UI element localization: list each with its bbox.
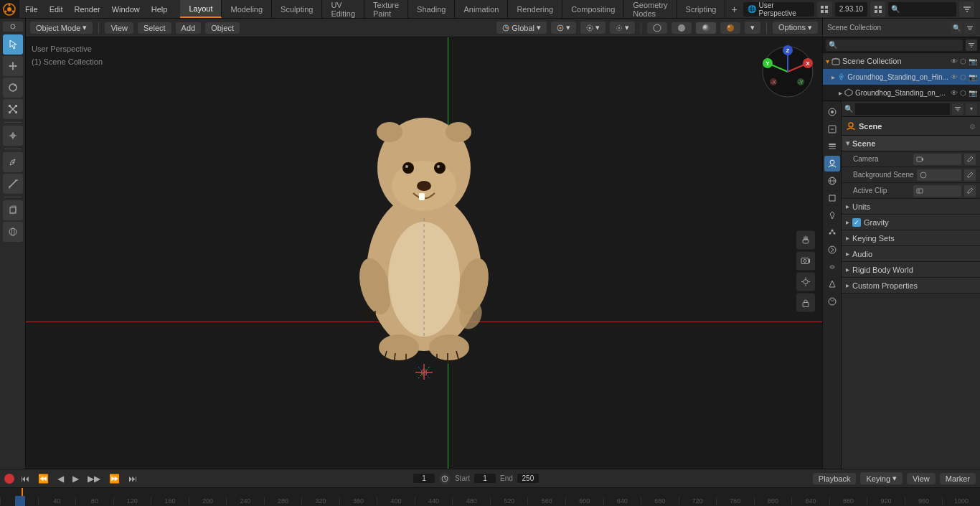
tab-compositing[interactable]: Compositing [562, 0, 624, 18]
timeline-record-btn[interactable] [4, 474, 14, 484]
viewport-gizmo[interactable]: X Y Z -X -Y [759, 43, 816, 100]
props-tab-physics[interactable] [824, 242, 840, 258]
material-shading[interactable] [696, 22, 716, 34]
jump-next-keyframe-btn[interactable]: ⏩ [107, 474, 122, 484]
gravity-section[interactable]: ▸ ✓ Gravity [842, 215, 980, 230]
render-hide-icon[interactable]: 📷 [969, 57, 977, 65]
transform-tool[interactable] [3, 126, 23, 146]
props-tab-material[interactable] [824, 294, 840, 309]
shading-options[interactable]: ▾ [745, 22, 760, 34]
viewport-add-menu[interactable]: Add [176, 22, 202, 34]
visibility-icon[interactable]: 👁 [951, 57, 958, 65]
scale-tool[interactable] [3, 99, 23, 119]
menu-edit[interactable]: Edit [44, 0, 69, 18]
transform-orientation[interactable]: Global ▾ [496, 22, 547, 34]
outliner-filter-btn[interactable] [964, 22, 976, 34]
tab-layout[interactable]: Layout [180, 0, 222, 18]
tab-scripting[interactable]: Scripting [677, 0, 726, 18]
viewport-view-menu[interactable]: View [105, 22, 133, 34]
props-tab-constraints[interactable] [824, 259, 840, 275]
tab-texture-paint[interactable]: Texture Paint [364, 0, 408, 18]
wireframe-shading[interactable] [647, 22, 667, 34]
viewport-lock-btn[interactable] [796, 293, 815, 311]
outliner-item-groundhog-mesh[interactable]: ▸ Groundhog_Standing_on_... 👁 ⬡ 📷 [823, 85, 980, 100]
render-engine-btn[interactable] [870, 1, 885, 17]
measure-tool[interactable] [3, 174, 23, 194]
add-sphere-tool[interactable] [3, 222, 23, 242]
props-tab-modifier[interactable] [824, 207, 840, 223]
end-frame-field[interactable]: 250 [517, 474, 539, 483]
viewport-object-menu[interactable]: Object [205, 22, 240, 34]
units-section[interactable]: ▸ Units [842, 199, 980, 215]
props-tab-object-data[interactable] [824, 276, 840, 292]
viewport-pan-btn[interactable] [796, 230, 815, 249]
annotate-tool[interactable] [3, 152, 23, 172]
timeline-marker-menu[interactable]: Marker [940, 473, 976, 484]
filter-btn[interactable] [959, 1, 974, 17]
active-clip-eyedropper[interactable] [964, 185, 976, 197]
move-tool[interactable] [3, 56, 23, 76]
viewport-hide-icon[interactable]: ⬡ [960, 57, 966, 65]
scene-mode-btn[interactable] [817, 1, 832, 17]
props-tab-scene[interactable] [824, 156, 840, 172]
audio-section[interactable]: ▸ Audio [842, 246, 980, 262]
add-cube-tool[interactable] [3, 200, 23, 220]
timeline-playback-menu[interactable]: Playback [813, 473, 857, 484]
camera-eyedropper[interactable] [964, 154, 976, 165]
jump-end-btn[interactable]: ⏭ [126, 474, 139, 484]
cursor-tool[interactable] [3, 34, 23, 55]
menu-help[interactable]: Help [146, 0, 174, 18]
background-scene-value[interactable] [917, 169, 961, 181]
tab-uv-editing[interactable]: UV Editing [322, 0, 364, 18]
timeline-keying-menu[interactable]: Keying ▾ [860, 472, 903, 484]
outliner-search-input[interactable]: 🔍 [826, 39, 963, 51]
play-back-btn[interactable]: ◀ [55, 474, 66, 484]
props-search-filter[interactable] [952, 103, 963, 115]
scene-section-header[interactable]: ▾ Scene [842, 136, 980, 151]
rigid-body-section[interactable]: ▸ Rigid Body World [842, 262, 980, 278]
props-tab-render[interactable] [824, 104, 840, 120]
menu-render[interactable]: Render [69, 0, 106, 18]
tab-geometry-nodes[interactable]: Geometry Nodes [624, 0, 677, 18]
mode-selector[interactable] [3, 22, 23, 32]
menu-file[interactable]: File [19, 0, 44, 18]
props-tab-world[interactable] [824, 173, 840, 189]
solid-shading[interactable] [672, 22, 692, 34]
time-mode-btn[interactable] [439, 473, 451, 484]
tab-shading[interactable]: Shading [408, 0, 455, 18]
props-tab-particles[interactable] [824, 225, 840, 240]
snap-toggle[interactable]: ▾ [580, 22, 606, 34]
active-clip-value[interactable] [913, 185, 961, 197]
menu-window[interactable]: Window [106, 0, 146, 18]
tab-animation[interactable]: Animation [455, 0, 508, 18]
keying-sets-section[interactable]: ▸ Keying Sets [842, 230, 980, 246]
tab-modeling[interactable]: Modeling [222, 0, 272, 18]
play-forward-btn[interactable]: ▶▶ [85, 474, 103, 484]
viewport-camera-btn[interactable] [796, 251, 815, 270]
jump-start-btn[interactable]: ⏮ [19, 474, 32, 484]
tab-rendering[interactable]: Rendering [508, 0, 562, 18]
scene-collection-root[interactable]: ▾ Scene Collection 👁 ⬡ 📷 [823, 53, 980, 69]
viewport-options[interactable]: Options ▾ [773, 22, 818, 34]
background-scene-eyedropper[interactable] [964, 169, 976, 181]
props-tab-object[interactable] [824, 190, 840, 206]
viewport-light-btn[interactable] [796, 272, 815, 291]
props-tab-output[interactable] [824, 121, 840, 137]
timeline-view-menu[interactable]: View [907, 473, 936, 484]
custom-props-section[interactable]: ▸ Custom Properties [842, 278, 980, 294]
props-options-btn[interactable]: ▾ [966, 103, 977, 115]
jump-prev-keyframe-btn[interactable]: ⏪ [36, 474, 51, 484]
camera-value[interactable] [913, 154, 961, 165]
outliner-search-btn[interactable]: 🔍 [951, 22, 962, 34]
tab-sculpting[interactable]: Sculpting [272, 0, 322, 18]
props-search-input[interactable] [855, 103, 950, 115]
current-frame-field[interactable]: 1 [413, 474, 435, 483]
pivot-point[interactable]: ▾ [551, 22, 576, 34]
play-btn[interactable]: ▶ [70, 474, 81, 484]
tab-add-button[interactable]: + [725, 4, 743, 15]
rotate-tool[interactable] [3, 78, 23, 98]
start-frame-field[interactable]: 1 [474, 474, 496, 483]
rendered-shading[interactable] [720, 22, 740, 34]
timeline-body[interactable]: 1 40 80 120 160 200 240 280 320 360 400 … [0, 488, 980, 506]
object-mode-selector[interactable]: Object Mode ▾ [30, 22, 93, 34]
